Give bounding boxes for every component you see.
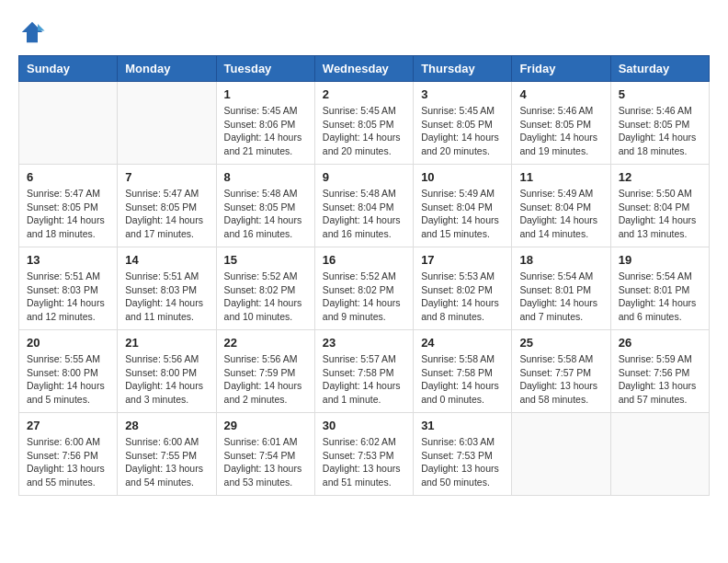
day-number: 20 (27, 336, 109, 350)
calendar-cell: 11Sunrise: 5:49 AMSunset: 8:04 PMDayligh… (512, 165, 610, 247)
day-number: 22 (224, 336, 307, 350)
day-number: 13 (27, 253, 109, 267)
day-number: 7 (125, 170, 208, 184)
calendar-cell: 13Sunrise: 5:51 AMSunset: 8:03 PMDayligh… (19, 247, 118, 330)
cell-info: Sunrise: 5:45 AMSunset: 8:05 PMDaylight:… (323, 104, 405, 158)
cell-info: Sunrise: 5:52 AMSunset: 8:02 PMDaylight:… (224, 270, 307, 324)
day-number: 28 (125, 419, 208, 432)
cell-info: Sunrise: 5:53 AMSunset: 8:02 PMDaylight:… (421, 270, 504, 324)
calendar-cell: 30Sunrise: 6:02 AMSunset: 7:53 PMDayligh… (314, 413, 413, 496)
cell-info: Sunrise: 5:49 AMSunset: 8:04 PMDaylight:… (421, 187, 504, 241)
cell-info: Sunrise: 5:45 AMSunset: 8:06 PMDaylight:… (224, 104, 307, 158)
calendar-header-row: SundayMondayTuesdayWednesdayThursdayFrid… (19, 56, 710, 82)
cell-info: Sunrise: 5:54 AMSunset: 8:01 PMDaylight:… (519, 270, 602, 324)
calendar-cell: 12Sunrise: 5:50 AMSunset: 8:04 PMDayligh… (610, 165, 709, 247)
day-number: 5 (619, 87, 701, 101)
calendar-cell: 20Sunrise: 5:55 AMSunset: 8:00 PMDayligh… (19, 330, 118, 413)
day-number: 8 (224, 170, 307, 184)
column-header-wednesday: Wednesday (314, 56, 413, 82)
day-number: 25 (519, 336, 602, 350)
cell-info: Sunrise: 5:57 AMSunset: 7:58 PMDaylight:… (323, 352, 405, 407)
column-header-tuesday: Tuesday (216, 56, 314, 82)
day-number: 29 (224, 419, 307, 432)
calendar-cell: 9Sunrise: 5:48 AMSunset: 8:04 PMDaylight… (314, 165, 413, 247)
day-number: 21 (125, 336, 208, 350)
week-row-4: 20Sunrise: 5:55 AMSunset: 8:00 PMDayligh… (19, 330, 710, 413)
calendar-cell: 26Sunrise: 5:59 AMSunset: 7:56 PMDayligh… (610, 330, 709, 413)
week-row-1: 1Sunrise: 5:45 AMSunset: 8:06 PMDaylight… (19, 82, 710, 165)
calendar-cell: 21Sunrise: 5:56 AMSunset: 8:00 PMDayligh… (118, 330, 216, 413)
calendar-cell: 22Sunrise: 5:56 AMSunset: 7:59 PMDayligh… (216, 330, 314, 413)
cell-info: Sunrise: 5:45 AMSunset: 8:05 PMDaylight:… (421, 104, 504, 158)
day-number: 12 (619, 170, 701, 184)
week-row-3: 13Sunrise: 5:51 AMSunset: 8:03 PMDayligh… (19, 247, 710, 330)
day-number: 19 (619, 253, 701, 267)
cell-info: Sunrise: 5:46 AMSunset: 8:05 PMDaylight:… (519, 104, 602, 158)
calendar-cell (118, 82, 216, 165)
day-number: 4 (519, 87, 602, 101)
day-number: 30 (323, 419, 405, 432)
cell-info: Sunrise: 5:58 AMSunset: 7:57 PMDaylight:… (519, 352, 602, 407)
calendar-cell: 8Sunrise: 5:48 AMSunset: 8:05 PMDaylight… (216, 165, 314, 247)
cell-info: Sunrise: 5:54 AMSunset: 8:01 PMDaylight:… (619, 270, 701, 324)
column-header-friday: Friday (512, 56, 610, 82)
column-header-monday: Monday (118, 56, 216, 82)
cell-info: Sunrise: 6:03 AMSunset: 7:53 PMDaylight:… (421, 435, 504, 489)
calendar-cell: 25Sunrise: 5:58 AMSunset: 7:57 PMDayligh… (512, 330, 610, 413)
cell-info: Sunrise: 5:58 AMSunset: 7:58 PMDaylight:… (421, 352, 504, 407)
cell-info: Sunrise: 5:48 AMSunset: 8:05 PMDaylight:… (224, 187, 307, 241)
day-number: 18 (519, 253, 602, 267)
column-header-thursday: Thursday (414, 56, 512, 82)
day-number: 6 (27, 170, 109, 184)
calendar-cell: 27Sunrise: 6:00 AMSunset: 7:56 PMDayligh… (19, 413, 118, 496)
svg-marker-0 (22, 22, 43, 43)
calendar-cell: 5Sunrise: 5:46 AMSunset: 8:05 PMDaylight… (610, 82, 709, 165)
day-number: 17 (421, 253, 504, 267)
day-number: 10 (421, 170, 504, 184)
page-header (18, 18, 710, 46)
logo (18, 18, 51, 46)
day-number: 31 (421, 419, 504, 432)
day-number: 27 (27, 419, 109, 432)
cell-info: Sunrise: 6:01 AMSunset: 7:54 PMDaylight:… (224, 435, 307, 489)
logo-icon (18, 18, 46, 46)
svg-marker-1 (38, 24, 45, 31)
day-number: 26 (619, 336, 701, 350)
day-number: 3 (421, 87, 504, 101)
calendar-cell: 29Sunrise: 6:01 AMSunset: 7:54 PMDayligh… (216, 413, 314, 496)
day-number: 11 (519, 170, 602, 184)
day-number: 1 (224, 87, 307, 101)
cell-info: Sunrise: 6:00 AMSunset: 7:56 PMDaylight:… (27, 435, 109, 489)
cell-info: Sunrise: 5:47 AMSunset: 8:05 PMDaylight:… (27, 187, 109, 241)
calendar-cell: 1Sunrise: 5:45 AMSunset: 8:06 PMDaylight… (216, 82, 314, 165)
calendar-cell: 4Sunrise: 5:46 AMSunset: 8:05 PMDaylight… (512, 82, 610, 165)
calendar-cell: 6Sunrise: 5:47 AMSunset: 8:05 PMDaylight… (19, 165, 118, 247)
calendar-cell: 3Sunrise: 5:45 AMSunset: 8:05 PMDaylight… (414, 82, 512, 165)
cell-info: Sunrise: 5:49 AMSunset: 8:04 PMDaylight:… (519, 187, 602, 241)
calendar-cell (610, 413, 709, 496)
calendar-cell: 14Sunrise: 5:51 AMSunset: 8:03 PMDayligh… (118, 247, 216, 330)
day-number: 9 (323, 170, 405, 184)
calendar-cell: 10Sunrise: 5:49 AMSunset: 8:04 PMDayligh… (414, 165, 512, 247)
cell-info: Sunrise: 5:46 AMSunset: 8:05 PMDaylight:… (619, 104, 701, 158)
calendar-cell: 18Sunrise: 5:54 AMSunset: 8:01 PMDayligh… (512, 247, 610, 330)
cell-info: Sunrise: 5:52 AMSunset: 8:02 PMDaylight:… (323, 270, 405, 324)
calendar-cell: 17Sunrise: 5:53 AMSunset: 8:02 PMDayligh… (414, 247, 512, 330)
cell-info: Sunrise: 5:56 AMSunset: 7:59 PMDaylight:… (224, 352, 307, 407)
cell-info: Sunrise: 5:51 AMSunset: 8:03 PMDaylight:… (27, 270, 109, 324)
day-number: 23 (323, 336, 405, 350)
column-header-saturday: Saturday (610, 56, 709, 82)
cell-info: Sunrise: 5:47 AMSunset: 8:05 PMDaylight:… (125, 187, 208, 241)
week-row-5: 27Sunrise: 6:00 AMSunset: 7:56 PMDayligh… (19, 413, 710, 496)
calendar-cell: 15Sunrise: 5:52 AMSunset: 8:02 PMDayligh… (216, 247, 314, 330)
calendar-cell (19, 82, 118, 165)
calendar-cell: 23Sunrise: 5:57 AMSunset: 7:58 PMDayligh… (314, 330, 413, 413)
calendar-table: SundayMondayTuesdayWednesdayThursdayFrid… (18, 55, 710, 496)
calendar-cell: 7Sunrise: 5:47 AMSunset: 8:05 PMDaylight… (118, 165, 216, 247)
calendar-cell: 2Sunrise: 5:45 AMSunset: 8:05 PMDaylight… (314, 82, 413, 165)
calendar-cell: 24Sunrise: 5:58 AMSunset: 7:58 PMDayligh… (414, 330, 512, 413)
calendar-cell: 31Sunrise: 6:03 AMSunset: 7:53 PMDayligh… (414, 413, 512, 496)
calendar-cell (512, 413, 610, 496)
day-number: 15 (224, 253, 307, 267)
cell-info: Sunrise: 5:48 AMSunset: 8:04 PMDaylight:… (323, 187, 405, 241)
